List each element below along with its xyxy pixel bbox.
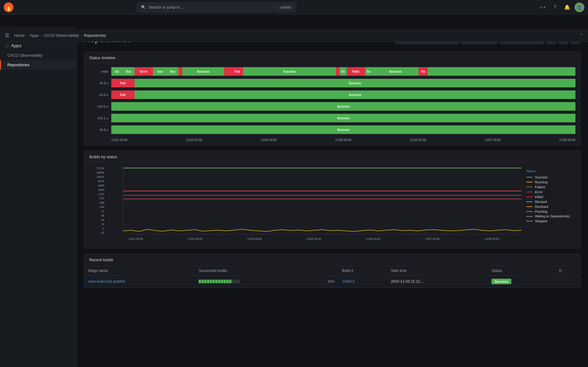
timeline-bar-v94x[interactable]: Fail Success (111, 79, 575, 87)
timeline-seg (178, 67, 182, 76)
prog-seg (226, 280, 229, 283)
legend-item-failure: Failure (526, 185, 575, 189)
user-avatar[interactable]: 👤 (575, 2, 584, 12)
bell-icon: 🔔 (564, 4, 570, 10)
timeline-seg: Suc (167, 67, 179, 76)
breadcrumb: Home › Apps › CI/CD Observability › Repo… (14, 33, 106, 38)
cell-d (556, 276, 580, 288)
prog-seg (207, 280, 209, 283)
progress-bar (199, 280, 325, 283)
build-num-link[interactable]: 144813 (342, 279, 354, 284)
sidebar-item-cicd[interactable]: CI/CD Observability (0, 51, 76, 60)
legend-color-declined (526, 206, 533, 207)
killed-line (123, 199, 521, 199)
status-timeline-panel: Status timeline main Su Suc Error Suc Su… (84, 52, 581, 146)
navbar-right: ＋ ▾ ? 🔔 👤 (536, 2, 584, 12)
sidebar-item-repositories[interactable]: Repositories (0, 60, 76, 70)
sidebar: ◀ ⬡ Apps CI/CD Observability Repositorie… (0, 27, 77, 367)
table-row: main-build-e2e-publish (84, 276, 580, 288)
chart-xaxis-label: 11/02 00:00 (128, 237, 143, 240)
timeline-seg (224, 67, 228, 76)
timeline-seg (336, 67, 340, 76)
builds-table: Stage name Successful builds Build # Sta… (84, 266, 580, 288)
builds-status-header: Builds by status (84, 151, 580, 162)
timeline-seg: Success (111, 102, 575, 111)
legend-label-blocked: Blocked (535, 200, 547, 204)
cell-start-time: 2023-11-03 21:12:... (387, 276, 488, 288)
timeline-seg: Failu (347, 67, 365, 76)
legend-item-error: Error (526, 190, 575, 194)
cell-status: Success (488, 276, 555, 288)
breadcrumb-collapse[interactable]: ⌃ (580, 33, 583, 38)
legend-label-declined: Declined (535, 205, 548, 208)
timeline-bar-v101x[interactable]: Success (111, 114, 575, 122)
notifications-button[interactable]: 🔔 (562, 2, 572, 12)
chart-xaxis-label: 11/06 00:00 (366, 237, 380, 240)
status-timeline-header: Status timeline (84, 52, 580, 63)
sidebar-section-apps[interactable]: ⬡ Apps (0, 40, 76, 51)
breadcrumb-home[interactable]: Home (14, 33, 25, 38)
yaxis-label: 9216 (98, 180, 104, 183)
recent-builds-header: Recent builds (84, 254, 580, 266)
legend-color-error (526, 192, 533, 192)
menu-toggle[interactable]: ☰ (5, 32, 9, 38)
recent-builds-panel: Recent builds Stage name Successful buil… (84, 254, 581, 288)
legend-item-success: Success (526, 175, 575, 179)
timeline-seg: Error (135, 67, 153, 76)
grafana-logo[interactable]: 🔥 (4, 2, 13, 12)
prog-seg (223, 280, 226, 283)
timeline-row-v94x: v9.4.x Fail Success (89, 78, 575, 88)
timeline-seg: Success (111, 114, 575, 122)
breadcrumb-apps[interactable]: Apps (30, 33, 39, 38)
timeline-bar-v100x[interactable]: Success (111, 102, 575, 111)
search-placeholder: Search or jump to... (148, 5, 183, 10)
prog-seg (201, 280, 204, 283)
xaxis-label-4: 11/05 00:00 (335, 138, 352, 142)
yaxis-label: 18 (101, 218, 104, 221)
help-button[interactable]: ? (550, 2, 560, 12)
timeline-bar-main[interactable]: Su Suc Error Suc Suc Success Fail Succes… (111, 67, 575, 76)
error-line (123, 195, 521, 196)
chart-xaxis-label: 11/07 00:00 (425, 237, 440, 240)
timeline-seg: Success (135, 79, 575, 87)
breadcrumb-bar: ☰ Home › Apps › CI/CD Observability › Re… (0, 29, 588, 42)
legend-label-waiting: Waiting on Dependencies (535, 215, 570, 218)
prog-seg (210, 280, 212, 283)
failure-line (123, 191, 521, 191)
yaxis-label: 1152 (98, 193, 104, 196)
chart-xaxis-label: 11/08 00:00 (484, 237, 499, 240)
builds-chart-container: 73728 36864 18432 9216 4608 2304 1152 57… (84, 162, 580, 248)
timeline-xaxis: 11/02 00:00 11/03 00:00 11/04 00:00 11/0… (89, 136, 575, 145)
builds-by-status-panel: Builds by status 73728 36864 18432 9216 … (84, 151, 581, 249)
legend-label-pending: Pending (535, 210, 547, 213)
running-chart (123, 222, 521, 234)
search-bar[interactable]: 🔍 Search or jump to... cmd+k (137, 2, 296, 12)
chart-xaxis: 11/02 00:00 11/03 00:00 11/04 00:00 11/0… (106, 234, 521, 243)
legend-color-killed (526, 197, 533, 197)
col-status: Status (488, 266, 555, 276)
timeline-bar-v93x[interactable]: Success (111, 125, 575, 134)
chart-plot (123, 167, 521, 234)
legend-item-skipped: Skipped (526, 219, 575, 223)
timeline-row-main: main Su Suc Error Suc Suc Success Fail S… (89, 67, 575, 76)
timeline-label-main: main (89, 70, 111, 73)
plus-icon: ＋ (539, 5, 543, 10)
legend-label-skipped: Skipped (535, 219, 547, 223)
breadcrumb-sep-3: › (81, 33, 82, 38)
chart-xaxis-label: 11/04 00:00 (247, 237, 262, 240)
yaxis-label: 73728 (97, 167, 104, 170)
search-shortcut: cmd+k (279, 5, 293, 10)
yaxis-label: 576 (100, 197, 104, 200)
chart-xaxis-label: 11/03 00:00 (188, 237, 203, 240)
prog-seg (229, 280, 231, 283)
timeline-seg: Fa (418, 67, 428, 76)
prog-seg (212, 280, 215, 283)
prog-seg (232, 280, 234, 283)
col-stage: Stage name (84, 266, 195, 276)
add-button[interactable]: ＋ ▾ (536, 3, 548, 11)
timeline-seg: Success (111, 125, 575, 134)
breadcrumb-cicd[interactable]: CI/CD Observability (44, 33, 79, 38)
prog-seg (199, 280, 201, 283)
timeline-bar-v95x[interactable]: Fail Success (111, 90, 575, 99)
stage-link[interactable]: main-build-e2e-publish (88, 279, 125, 284)
